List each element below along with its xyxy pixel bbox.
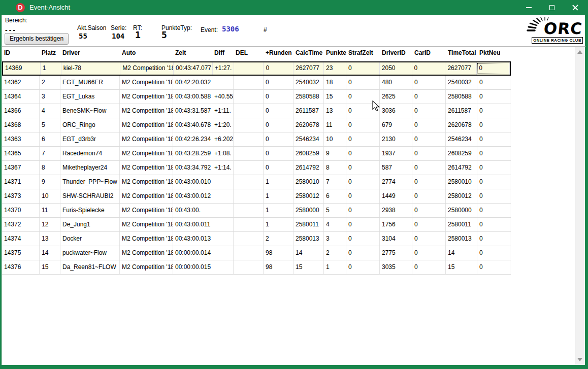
cell-timetotal[interactable]: 2540032 — [446, 76, 477, 89]
table-row[interactable]: 143657Racedemon74M2 Competition '1800:43… — [2, 147, 511, 161]
cell-diff[interactable]: +1:11. — [212, 104, 234, 118]
cell-runden[interactable]: 0 — [264, 147, 293, 160]
cell-diff[interactable] — [212, 260, 234, 274]
cell-zeit[interactable]: 00:42:20.032 — [173, 76, 212, 89]
cell-driverid[interactable]: 2130 — [380, 132, 412, 146]
cell-platz[interactable]: 3 — [40, 90, 60, 104]
cell-calctime[interactable]: 14 — [293, 246, 324, 260]
cell-strafzeit[interactable]: 0 — [346, 90, 380, 104]
cell-platz[interactable]: 15 — [40, 260, 60, 274]
cell-pktneu[interactable]: 0 — [477, 175, 510, 189]
close-button[interactable] — [565, 0, 585, 15]
cell-driverid[interactable]: 2775 — [380, 246, 412, 260]
cell-driver[interactable]: De_Jung1 — [60, 218, 120, 231]
cell-driver[interactable]: Miketheplayer24 — [60, 161, 120, 175]
cell-zeit[interactable]: 00:43:00.010 — [173, 175, 212, 189]
cell-strafzeit[interactable]: 0 — [346, 204, 380, 217]
cell-id[interactable]: 14369 — [3, 62, 41, 75]
cell-timetotal[interactable]: 14 — [446, 246, 477, 260]
cell-timetotal[interactable]: 2580588 — [446, 90, 477, 104]
cell-driverid[interactable]: 480 — [380, 76, 412, 89]
cell-id[interactable]: 14362 — [2, 76, 40, 89]
cell-runden[interactable]: 0 — [264, 161, 293, 175]
cell-diff[interactable]: +1:14. — [212, 161, 234, 175]
cell-runden[interactable]: 1 — [264, 204, 293, 217]
table-row[interactable]: 1437615Da_Reen81~FLOWM2 Competition '180… — [2, 260, 511, 275]
cell-id[interactable]: 14376 — [2, 260, 40, 274]
cell-runden[interactable]: 0 — [264, 90, 293, 104]
cell-carid[interactable]: 0 — [412, 62, 446, 75]
cell-strafzeit[interactable]: 0 — [346, 161, 380, 175]
cell-driverid[interactable]: 679 — [380, 118, 412, 132]
cell-strafzeit[interactable]: 0 — [346, 189, 380, 203]
cell-driver[interactable]: Racedemon74 — [60, 147, 120, 160]
table-row[interactable]: 143643EGT_LukasM2 Competition '1800:43:0… — [2, 90, 511, 104]
cell-zeit[interactable]: 00:43:00.012 — [173, 189, 212, 203]
cell-platz[interactable]: 1 — [41, 62, 61, 75]
cell-platz[interactable]: 14 — [40, 246, 60, 260]
cell-del[interactable] — [234, 132, 264, 146]
cell-punkte[interactable]: 10 — [324, 132, 346, 146]
cell-del[interactable] — [234, 147, 264, 160]
cell-timetotal[interactable]: 2580013 — [446, 232, 477, 246]
cell-punkte[interactable]: 6 — [324, 189, 346, 203]
cell-timetotal[interactable]: 2627077 — [445, 62, 477, 75]
cell-auto[interactable]: M2 Competition '18 — [120, 118, 173, 132]
cell-timetotal[interactable]: 15 — [446, 260, 477, 274]
cell-pktneu[interactable]: 0 — [477, 218, 510, 231]
cell-calctime[interactable]: 2627077 — [293, 62, 324, 75]
cell-carid[interactable]: 0 — [412, 118, 446, 132]
cell-auto[interactable]: M2 Competition '18 — [120, 218, 173, 231]
cell-del[interactable] — [234, 104, 264, 118]
cell-punkte[interactable]: 15 — [324, 90, 346, 104]
cell-timetotal[interactable]: 2546234 — [446, 132, 477, 146]
cell-pktneu[interactable]: 0 — [477, 62, 510, 75]
cell-platz[interactable]: 6 — [40, 132, 60, 146]
cell-driver[interactable]: EGT_d3rb3r — [60, 132, 120, 146]
cell-auto[interactable]: M2 Competition '18 — [120, 232, 173, 246]
cell-calctime[interactable]: 2608259 — [293, 147, 324, 160]
cell-punkte[interactable]: 2 — [324, 246, 346, 260]
cell-driver[interactable]: SHW-SCHRAUBI2 — [60, 189, 120, 203]
cell-auto[interactable]: M2 Competition '18 — [120, 104, 173, 118]
cell-del[interactable] — [234, 62, 264, 75]
cell-del[interactable] — [234, 118, 264, 132]
cell-id[interactable]: 14374 — [2, 232, 40, 246]
cell-del[interactable] — [234, 76, 264, 89]
cell-auto[interactable]: M2 Competition '18 — [120, 189, 173, 203]
cell-zeit[interactable]: 00:43:00.011 — [173, 218, 212, 231]
cell-driverid[interactable]: 1937 — [380, 147, 412, 160]
cell-runden[interactable]: 0 — [264, 76, 293, 89]
cell-runden[interactable]: 1 — [264, 189, 293, 203]
cell-diff[interactable] — [212, 232, 234, 246]
cell-zeit[interactable]: 00:43:00.588 — [173, 90, 212, 104]
table-row[interactable]: 143678Miketheplayer24M2 Competition '180… — [2, 161, 511, 175]
cell-del[interactable] — [234, 204, 264, 217]
cell-carid[interactable]: 0 — [412, 204, 446, 217]
cell-strafzeit[interactable]: 0 — [346, 147, 380, 160]
vertical-scrollbar[interactable] — [575, 47, 584, 365]
cell-carid[interactable]: 0 — [412, 232, 446, 246]
cell-strafzeit[interactable]: 0 — [346, 175, 380, 189]
cell-pktneu[interactable]: 0 — [477, 204, 510, 217]
cell-pktneu[interactable]: 0 — [477, 232, 510, 246]
cell-carid[interactable]: 0 — [412, 161, 446, 175]
cell-platz[interactable]: 11 — [40, 204, 60, 217]
cell-strafzeit[interactable]: 0 — [346, 132, 380, 146]
cell-id[interactable]: 14363 — [2, 132, 40, 146]
confirm-result-button[interactable]: Ergebnis bestätigen — [5, 33, 69, 45]
cell-calctime[interactable]: 2540032 — [293, 76, 324, 89]
cell-driverid[interactable]: 587 — [380, 161, 412, 175]
cell-auto[interactable]: M2 Competition '18 — [120, 76, 173, 89]
cell-diff[interactable] — [212, 246, 234, 260]
cell-strafzeit[interactable]: 0 — [346, 232, 380, 246]
cell-runden[interactable]: 0 — [264, 132, 293, 146]
cell-calctime[interactable]: 2546234 — [293, 132, 324, 146]
cell-carid[interactable]: 0 — [412, 218, 446, 231]
cell-timetotal[interactable]: 2620678 — [446, 118, 477, 132]
cell-punkte[interactable]: 5 — [324, 204, 346, 217]
cell-diff[interactable] — [212, 204, 234, 217]
cell-platz[interactable]: 2 — [40, 76, 60, 89]
cell-diff[interactable]: +40.55 — [212, 90, 234, 104]
cell-strafzeit[interactable]: 0 — [346, 76, 380, 89]
